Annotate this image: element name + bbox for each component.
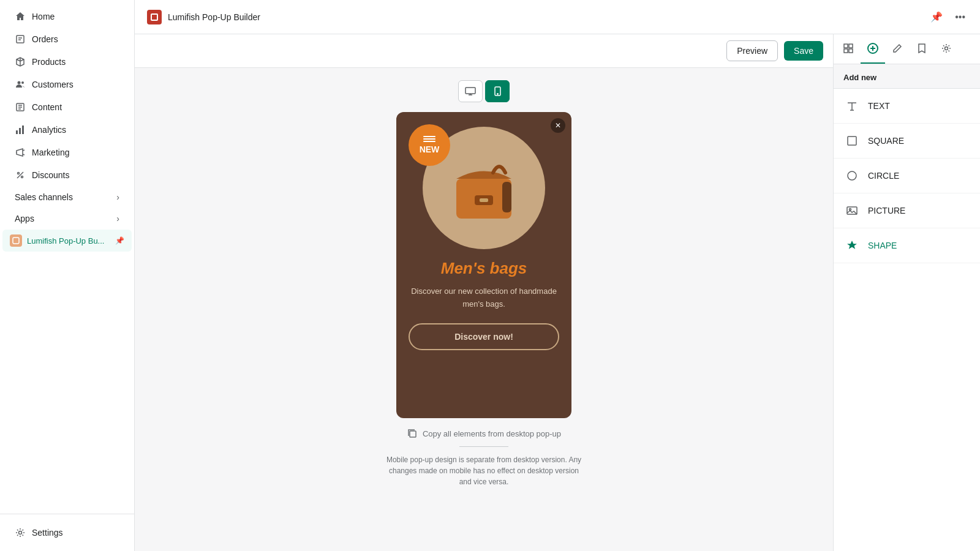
badge-line bbox=[423, 136, 435, 137]
topbar: Lumifish Pop-Up Builder 📌 ••• bbox=[135, 0, 980, 34]
sidebar-item-orders[interactable]: Orders bbox=[5, 28, 129, 50]
home-icon bbox=[15, 11, 26, 22]
sidebar-item-discounts[interactable]: Discounts bbox=[5, 164, 129, 186]
gear-icon bbox=[941, 43, 951, 53]
sidebar-item-products[interactable]: Products bbox=[5, 51, 129, 73]
sidebar-item-home-label: Home bbox=[32, 12, 55, 21]
svg-rect-5 bbox=[19, 128, 21, 134]
svg-rect-19 bbox=[410, 431, 416, 437]
sidebar-sales-channels[interactable]: Sales channels › bbox=[5, 187, 129, 208]
add-item-circle-label: CIRCLE bbox=[868, 171, 899, 181]
products-icon bbox=[15, 56, 26, 67]
settings-icon bbox=[15, 527, 26, 538]
panel-grid-btn[interactable] bbox=[836, 34, 861, 64]
svg-rect-21 bbox=[849, 44, 853, 48]
sidebar-item-lumifish[interactable]: Lumifish Pop-Up Bu... 📌 bbox=[2, 230, 132, 252]
view-toggle bbox=[458, 80, 510, 102]
add-item-picture[interactable]: PICTURE bbox=[834, 193, 980, 228]
action-bar: Preview Save bbox=[135, 34, 833, 68]
popup-cta-button[interactable]: Discover now! bbox=[409, 323, 559, 350]
copy-elements-label: Copy all elements from desktop pop-up bbox=[423, 429, 561, 438]
topbar-title: Lumifish Pop-Up Builder bbox=[168, 12, 260, 22]
sidebar-footer: Settings bbox=[0, 514, 134, 551]
app-logo bbox=[147, 10, 162, 24]
svg-rect-20 bbox=[844, 44, 848, 48]
more-button[interactable]: ••• bbox=[952, 9, 968, 25]
add-item-text[interactable]: TEXT bbox=[834, 89, 980, 124]
edit-icon bbox=[892, 43, 902, 53]
copy-elements-bar[interactable]: Copy all elements from desktop pop-up bbox=[407, 428, 561, 439]
text-icon bbox=[843, 97, 861, 114]
desktop-view-btn[interactable] bbox=[458, 80, 483, 102]
canvas-area: ✕ NEW bbox=[135, 68, 833, 551]
add-item-square-label: SQUARE bbox=[868, 136, 904, 146]
sidebar-item-customers[interactable]: Customers bbox=[5, 73, 129, 96]
popup-heading: Men's bags bbox=[409, 259, 559, 278]
panel-settings-btn[interactable] bbox=[934, 34, 959, 64]
preview-button[interactable]: Preview bbox=[726, 40, 778, 61]
sidebar-item-analytics[interactable]: Analytics bbox=[5, 119, 129, 141]
popup-preview: ✕ NEW bbox=[396, 112, 571, 418]
svg-point-2 bbox=[21, 81, 24, 84]
square-icon bbox=[843, 132, 861, 149]
pin-button[interactable]: 📌 bbox=[928, 9, 945, 25]
new-badge-text: NEW bbox=[420, 144, 440, 154]
svg-point-10 bbox=[19, 531, 22, 534]
mobile-view-btn[interactable] bbox=[485, 80, 510, 102]
sidebar-item-home[interactable]: Home bbox=[5, 6, 129, 28]
popup-new-badge: NEW bbox=[409, 124, 450, 166]
sidebar-item-marketing[interactable]: Marketing bbox=[5, 141, 129, 163]
right-panel: Add new TEXT bbox=[833, 34, 980, 551]
svg-point-13 bbox=[497, 94, 497, 94]
popup-close-button[interactable]: ✕ bbox=[551, 118, 565, 133]
bookmark-icon bbox=[918, 43, 926, 53]
shape-icon bbox=[843, 237, 861, 254]
add-item-shape[interactable]: SHAPE bbox=[834, 228, 980, 263]
svg-point-1 bbox=[18, 81, 21, 84]
orders-icon bbox=[15, 34, 26, 45]
sidebar-nav: Home Orders Products Customers bbox=[0, 0, 134, 514]
sidebar-item-marketing-label: Marketing bbox=[32, 148, 69, 157]
grid-icon bbox=[843, 43, 853, 53]
apps-chevron-icon: › bbox=[116, 214, 119, 223]
lumifish-app-label: Lumifish Pop-Up Bu... bbox=[27, 236, 110, 246]
svg-rect-26 bbox=[848, 137, 856, 145]
analytics-icon bbox=[15, 124, 26, 135]
add-item-shape-label: SHAPE bbox=[868, 241, 897, 250]
apps-label: Apps bbox=[15, 214, 34, 223]
topbar-right: 📌 ••• bbox=[928, 9, 968, 25]
panel-edit-btn[interactable] bbox=[885, 34, 910, 64]
svg-rect-0 bbox=[17, 36, 24, 43]
sidebar-item-orders-label: Orders bbox=[32, 34, 58, 44]
panel-add-btn[interactable] bbox=[861, 34, 885, 64]
app-logo-inner bbox=[151, 13, 158, 21]
sidebar-item-analytics-label: Analytics bbox=[32, 125, 66, 135]
pin-icon: 📌 bbox=[115, 236, 124, 245]
popup-body: Discover our new collection of handmade … bbox=[409, 285, 559, 311]
badge-line bbox=[423, 138, 435, 140]
badge-lines bbox=[423, 136, 435, 142]
sales-channels-label: Sales channels bbox=[15, 192, 73, 202]
add-item-square[interactable]: SQUARE bbox=[834, 124, 980, 159]
add-item-circle[interactable]: CIRCLE bbox=[834, 159, 980, 193]
circle-icon bbox=[843, 167, 861, 184]
panel-toolbar bbox=[834, 34, 980, 64]
sidebar-item-content[interactable]: Content bbox=[5, 96, 129, 118]
sidebar-apps[interactable]: Apps › bbox=[5, 208, 129, 229]
marketing-icon bbox=[15, 147, 26, 158]
settings-label: Settings bbox=[32, 528, 63, 538]
content-icon bbox=[15, 102, 26, 113]
sidebar-item-content-label: Content bbox=[32, 102, 62, 112]
save-button[interactable]: Save bbox=[784, 41, 823, 61]
sidebar: Home Orders Products Customers bbox=[0, 0, 135, 551]
plus-circle-icon bbox=[867, 43, 878, 54]
editor-area: Preview Save ✕ bbox=[135, 34, 980, 551]
customers-icon bbox=[15, 79, 26, 90]
chevron-right-icon: › bbox=[116, 192, 119, 202]
svg-rect-6 bbox=[22, 126, 24, 134]
svg-rect-17 bbox=[480, 198, 488, 202]
sidebar-item-settings[interactable]: Settings bbox=[5, 522, 129, 544]
main-content: Lumifish Pop-Up Builder 📌 ••• Preview Sa… bbox=[135, 0, 980, 551]
panel-bookmark-btn[interactable] bbox=[910, 34, 934, 64]
svg-rect-11 bbox=[466, 88, 475, 94]
